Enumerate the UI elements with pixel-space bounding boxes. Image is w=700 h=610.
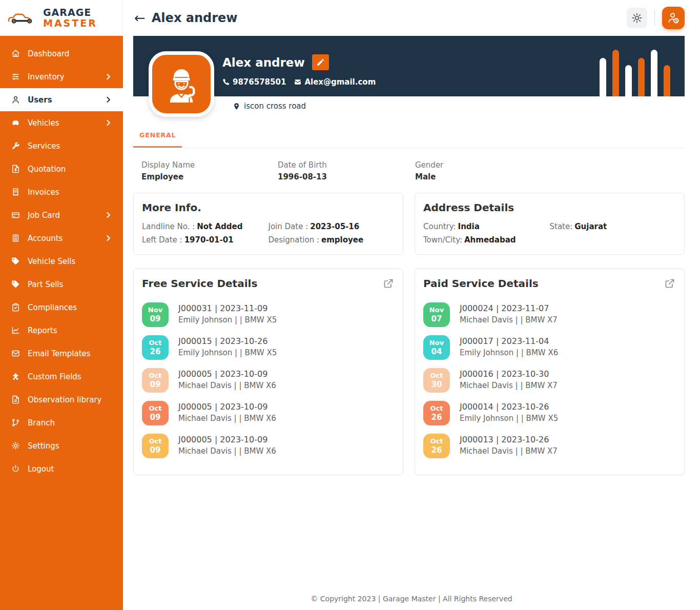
sidebar-item-settings[interactable]: Settings (0, 434, 123, 457)
more-info-card: More Info. Landline No. :Not Added Join … (133, 193, 403, 255)
town-city-pair: Town/City:Ahmedabad (423, 235, 550, 245)
date-badge: Nov04 (423, 335, 450, 360)
tab-general[interactable]: GENERAL (133, 131, 182, 148)
entry-customer-line: Michael Davis | | BMW X6 (178, 381, 276, 390)
sidebar-item-label: Email Templates (28, 349, 113, 358)
sidebar-item-label: Dashboard (28, 49, 113, 58)
edit-profile-button[interactable] (312, 54, 329, 70)
sidebar-item-observation-library[interactable]: Observation library (0, 388, 123, 411)
entry-customer-line: Emily Johnson | | BMW X5 (460, 414, 558, 423)
sidebar-item-dashboard[interactable]: Dashboard (0, 42, 123, 65)
designation-pair: Designation :employee (269, 235, 395, 245)
profile-address-row: iscon cross road (233, 101, 685, 111)
brand-logo: GARAGE MASTER (0, 0, 123, 36)
entry-customer-line: Michael Davis | | BMW X6 (178, 446, 276, 456)
sidebar-item-email-templates[interactable]: Email Templates (0, 342, 123, 365)
paid-service-open-button[interactable] (664, 277, 676, 291)
sidebar-item-part-sells[interactable]: Part Sells (0, 273, 123, 296)
footer-copyright: © Copyright 2023 | Garage Master | All R… (123, 585, 700, 610)
free-service-entry[interactable]: Oct26J000015 | 2023-10-26Emily Johnson |… (142, 335, 395, 360)
sidebar: GARAGE MASTER DashboardInventoryUsersVeh… (0, 0, 123, 610)
sidebar-item-inventory[interactable]: Inventory (0, 65, 123, 88)
field-date-of-birth: Date of Birth 1996-08-13 (278, 160, 415, 181)
sidebar-item-quotation[interactable]: Quotation (0, 157, 123, 180)
free-service-title: Free Service Details (142, 277, 257, 290)
branch-icon (11, 418, 20, 427)
paid-service-entry[interactable]: Oct30J000016 | 2023-10-30Michael Davis |… (423, 368, 676, 393)
sidebar-item-vehicle-sells[interactable]: Vehicle Sells (0, 250, 123, 273)
date-badge: Oct26 (423, 401, 450, 425)
sidebar-item-invoices[interactable]: Invoices (0, 180, 123, 204)
profile-phone: 9876578501 (233, 77, 286, 87)
receipt-icon (11, 188, 20, 196)
sidebar-item-logout[interactable]: Logout (0, 457, 123, 480)
free-service-entry[interactable]: Oct09J000005 | 2023-10-09Michael Davis |… (142, 401, 395, 425)
field-display-name: Display Name Employee (141, 160, 278, 181)
sidebar-item-branch[interactable]: Branch (0, 411, 123, 434)
mechanic-avatar-icon (159, 62, 203, 106)
sidebar-item-label: Reports (28, 326, 113, 335)
paid-service-entry[interactable]: Oct26J000013 | 2023-10-26Michael Davis |… (423, 434, 676, 458)
gear-icon (11, 441, 20, 450)
paid-service-card: Paid Service Details Nov07J000024 | 2023… (415, 269, 685, 475)
sliders-icon (11, 72, 20, 81)
sidebar-item-custom-fields[interactable]: Custom Fields (0, 365, 123, 388)
sidebar-item-job-card[interactable]: Job Card (0, 204, 123, 227)
sidebar-item-label: Job Card (28, 211, 96, 220)
profile-email: Alex@gmail.com (304, 77, 376, 87)
chevron-right-icon (104, 118, 113, 127)
entry-customer-line: Michael Davis | | BMW X7 (460, 446, 558, 456)
sidebar-item-accounts[interactable]: Accounts (0, 227, 123, 250)
paid-service-entry[interactable]: Nov04J000017 | 2023-11-04Emily Johnson |… (423, 335, 676, 360)
general-fields: Display Name Employee Date of Birth 1996… (123, 148, 700, 193)
sidebar-item-users[interactable]: Users (0, 88, 123, 111)
back-arrow[interactable]: ← (134, 11, 146, 25)
entry-customer-line: Emily Johnson | | BMW X5 (178, 348, 277, 357)
file-dollar-icon (11, 165, 20, 173)
paid-service-title: Paid Service Details (423, 277, 539, 290)
entry-job-line: J000005 | 2023-10-09 (178, 402, 276, 412)
profile-tabs: GENERAL (133, 131, 685, 148)
free-service-card: Free Service Details Nov09J000031 | 2023… (133, 269, 403, 475)
sidebar-item-services[interactable]: Services (0, 134, 123, 157)
file-icon (11, 395, 20, 404)
field-gender: Gender Male (415, 160, 700, 181)
sidebar-item-reports[interactable]: Reports (0, 319, 123, 342)
banner-bars-decoration (600, 50, 670, 96)
entry-customer-line: Michael Davis | | BMW X7 (460, 315, 558, 324)
entry-job-line: J000015 | 2023-10-26 (178, 336, 277, 346)
entry-customer-line: Michael Davis | | BMW X6 (178, 414, 276, 423)
paid-service-entry[interactable]: Oct26J000014 | 2023-10-26Emily Johnson |… (423, 401, 676, 425)
home-icon (11, 49, 20, 58)
map-pin-icon (233, 103, 240, 110)
free-service-open-button[interactable] (382, 277, 395, 291)
sidebar-item-label: Observation library (28, 395, 113, 404)
landline-pair: Landline No. :Not Added (142, 222, 269, 231)
left-date-pair: Left Date :1970-01-01 (142, 235, 269, 245)
date-badge: Oct26 (142, 335, 169, 360)
free-service-entry[interactable]: Oct09J000005 | 2023-10-09Michael Davis |… (142, 434, 395, 458)
external-link-icon (383, 278, 394, 289)
sidebar-item-label: Vehicle Sells (28, 257, 113, 266)
topbar: ← Alex andrew (123, 0, 700, 36)
wrench-icon (11, 141, 20, 150)
calculator-icon (11, 234, 20, 242)
sidebar-item-label: Logout (28, 464, 113, 474)
entry-job-line: J000024 | 2023-11-07 (460, 303, 558, 313)
sidebar-item-vehicles[interactable]: Vehicles (0, 111, 123, 134)
free-service-entry[interactable]: Oct09J000005 | 2023-10-09Michael Davis |… (142, 368, 395, 393)
sidebar-item-label: Accounts (28, 234, 96, 243)
gear-icon (631, 12, 643, 24)
envelope-icon (294, 78, 301, 86)
free-service-entry[interactable]: Nov09J000031 | 2023-11-09Emily Johnson |… (142, 302, 395, 327)
paid-service-entry[interactable]: Nov07J000024 | 2023-11-07Michael Davis |… (423, 302, 676, 327)
clipboard-check-icon (11, 303, 20, 312)
date-badge: Oct09 (142, 368, 169, 393)
puzzle-icon (11, 372, 20, 381)
settings-button[interactable] (627, 8, 647, 28)
sidebar-item-compliances[interactable]: Compliances (0, 296, 123, 319)
mail-icon (11, 349, 20, 358)
user-history-button[interactable] (662, 7, 685, 29)
sidebar-item-label: Custom Fields (28, 372, 113, 381)
entry-customer-line: Emily Johnson | | BMW X5 (178, 315, 277, 324)
